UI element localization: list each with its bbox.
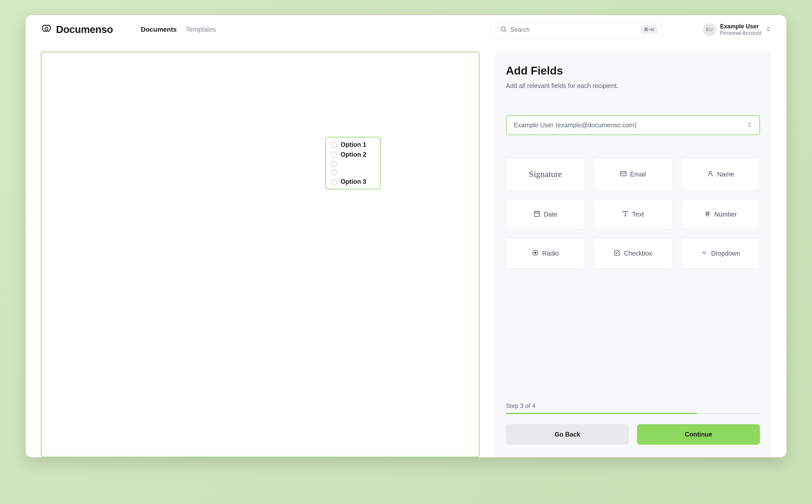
field-signature[interactable]: Signature — [506, 158, 585, 190]
field-grid: Signature Email Na — [506, 158, 760, 268]
radio-circle-icon — [331, 142, 337, 148]
field-label: Radio — [542, 250, 559, 257]
search-box[interactable]: ⌘+K — [495, 21, 662, 38]
svg-point-1 — [501, 27, 505, 31]
brand-name: Documenso — [56, 24, 113, 35]
search-input[interactable] — [510, 26, 637, 33]
radio-icon — [532, 249, 539, 257]
radio-circle-icon — [331, 161, 337, 167]
radio-option[interactable] — [331, 161, 375, 167]
calendar-icon — [534, 210, 540, 218]
field-date[interactable]: Date — [506, 199, 585, 229]
radio-option[interactable]: Option 3 — [331, 178, 375, 185]
svg-rect-4 — [535, 211, 540, 217]
app-window: Documenso Documents Templates ⌘+K EU Exa… — [26, 15, 786, 457]
nav: Documents Templates — [141, 26, 216, 33]
field-email[interactable]: Email — [593, 158, 672, 190]
document-preview[interactable]: Option 1 Option 2 — [41, 52, 480, 457]
user-info: Example User Personal Account — [720, 23, 762, 36]
svg-point-0 — [45, 27, 48, 30]
nav-documents[interactable]: Documents — [141, 26, 177, 33]
field-text[interactable]: Text — [593, 199, 672, 229]
field-radio[interactable]: Radio — [506, 238, 585, 268]
user-icon — [707, 170, 714, 178]
logo[interactable]: Documenso — [41, 24, 113, 36]
continue-button[interactable]: Continue — [637, 424, 760, 445]
radio-label: Option 2 — [341, 151, 366, 158]
panel-title: Add Fields — [506, 64, 760, 77]
field-label: Dropdown — [711, 250, 740, 257]
chevrons-up-down-icon — [766, 26, 771, 33]
field-name[interactable]: Name — [681, 158, 760, 190]
field-label: Email — [630, 171, 646, 178]
field-label: Name — [717, 171, 734, 178]
field-checkbox[interactable]: Checkbox — [593, 238, 672, 268]
type-icon — [622, 210, 629, 218]
go-back-button[interactable]: Go Back — [506, 424, 629, 445]
radio-option[interactable]: Option 2 — [331, 151, 375, 158]
progress-bar — [506, 413, 760, 414]
progress-fill — [506, 413, 697, 414]
main-content: Option 1 Option 2 — [26, 44, 786, 457]
nav-templates[interactable]: Templates — [186, 26, 216, 33]
logo-icon — [41, 24, 52, 36]
radio-circle-icon — [331, 169, 337, 175]
side-panel: Add Fields Add all relevant fields for e… — [495, 52, 771, 457]
divider — [506, 100, 760, 100]
chevrons-up-down-icon — [747, 122, 752, 129]
panel-subtitle: Add all relevant fields for each recipie… — [506, 82, 760, 89]
header: Documenso Documents Templates ⌘+K EU Exa… — [26, 15, 786, 44]
field-label: Date — [544, 211, 557, 218]
radio-circle-icon — [331, 152, 337, 158]
mail-icon — [620, 170, 627, 178]
step-indicator: Step 3 of 4 — [506, 402, 760, 409]
field-dropdown[interactable]: Dropdown — [681, 238, 760, 268]
svg-point-6 — [535, 252, 536, 254]
radio-option[interactable] — [331, 169, 375, 175]
field-number[interactable]: Number — [681, 199, 760, 229]
document-page: Option 1 Option 2 — [45, 56, 476, 454]
checkbox-icon — [614, 249, 620, 257]
hash-icon — [704, 210, 711, 218]
recipient-select[interactable]: Example User (example@documenso.com) — [506, 115, 760, 135]
user-name: Example User — [720, 23, 762, 30]
avatar: EU — [703, 23, 716, 36]
search-shortcut: ⌘+K — [641, 25, 658, 34]
radio-circle-icon — [331, 179, 337, 185]
radio-label: Option 1 — [341, 141, 366, 148]
button-row: Go Back Continue — [506, 424, 760, 445]
user-menu[interactable]: EU Example User Personal Account — [703, 23, 771, 36]
svg-point-3 — [709, 171, 712, 174]
field-label: Number — [714, 211, 737, 218]
user-subtitle: Personal Account — [720, 30, 762, 36]
field-label: Signature — [529, 169, 562, 179]
field-label: Checkbox — [624, 250, 652, 257]
radio-label: Option 3 — [341, 178, 366, 185]
radio-field-placed[interactable]: Option 1 Option 2 — [325, 137, 381, 189]
radio-option[interactable]: Option 1 — [331, 141, 375, 148]
field-label: Text — [632, 211, 644, 218]
chevron-down-icon — [701, 249, 708, 257]
search-icon — [500, 26, 507, 34]
recipient-text: Example User (example@documenso.com) — [514, 121, 637, 129]
